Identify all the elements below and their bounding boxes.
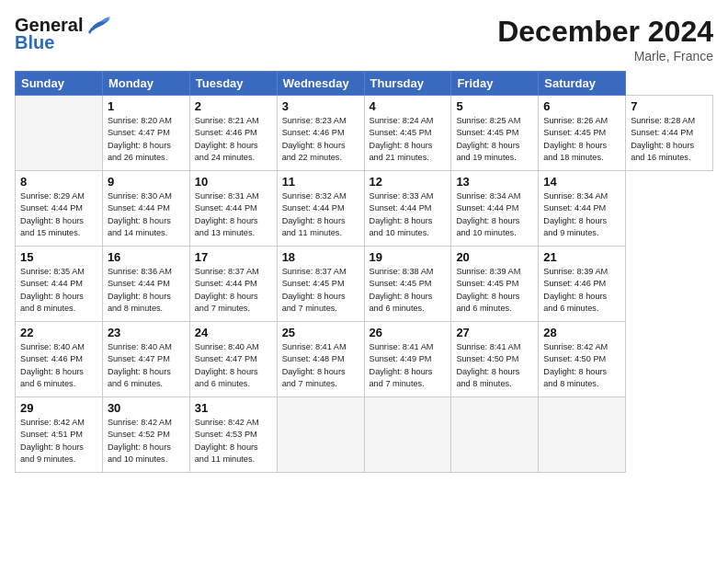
day-info: Sunrise: 8:28 AM Sunset: 4:44 PM Dayligh… [631, 115, 708, 164]
calendar-cell: 4Sunrise: 8:24 AM Sunset: 4:45 PM Daylig… [364, 96, 451, 171]
calendar-cell [277, 397, 364, 473]
calendar-cell: 22Sunrise: 8:40 AM Sunset: 4:46 PM Dayli… [16, 322, 103, 397]
header-wednesday: Wednesday [277, 72, 364, 96]
calendar-cell: 16Sunrise: 8:36 AM Sunset: 4:44 PM Dayli… [102, 247, 189, 322]
day-number: 10 [195, 175, 272, 189]
header-monday: Monday [102, 72, 189, 96]
day-number: 28 [543, 326, 620, 339]
calendar-cell: 11Sunrise: 8:32 AM Sunset: 4:44 PM Dayli… [277, 171, 364, 247]
logo-bird-icon [85, 16, 112, 36]
day-number: 22 [20, 326, 97, 339]
calendar-cell: 2Sunrise: 8:21 AM Sunset: 4:46 PM Daylig… [189, 96, 277, 171]
day-number: 24 [195, 326, 272, 339]
calendar-cell: 6Sunrise: 8:26 AM Sunset: 4:45 PM Daylig… [539, 96, 626, 171]
day-info: Sunrise: 8:20 AM Sunset: 4:47 PM Dayligh… [108, 115, 185, 164]
calendar-cell: 30Sunrise: 8:42 AM Sunset: 4:52 PM Dayli… [102, 397, 189, 473]
day-info: Sunrise: 8:40 AM Sunset: 4:47 PM Dayligh… [108, 341, 185, 390]
header-sunday: Sunday [16, 72, 103, 96]
day-number: 12 [370, 175, 447, 189]
day-info: Sunrise: 8:40 AM Sunset: 4:47 PM Dayligh… [195, 341, 272, 390]
calendar-cell: 26Sunrise: 8:41 AM Sunset: 4:49 PM Dayli… [364, 322, 451, 397]
day-info: Sunrise: 8:31 AM Sunset: 4:44 PM Dayligh… [195, 190, 272, 239]
day-number: 7 [631, 99, 708, 113]
day-info: Sunrise: 8:42 AM Sunset: 4:52 PM Dayligh… [108, 417, 185, 465]
day-number: 13 [456, 175, 533, 189]
day-number: 1 [108, 99, 185, 113]
calendar-header-row: Sunday Monday Tuesday Wednesday Thursday… [16, 72, 713, 96]
calendar-cell: 18Sunrise: 8:37 AM Sunset: 4:45 PM Dayli… [277, 247, 364, 322]
day-number: 27 [456, 326, 533, 339]
day-info: Sunrise: 8:41 AM Sunset: 4:50 PM Dayligh… [456, 341, 533, 390]
day-number: 8 [20, 175, 97, 189]
calendar-cell [539, 397, 626, 473]
calendar-cell [364, 397, 451, 473]
day-info: Sunrise: 8:35 AM Sunset: 4:44 PM Dayligh… [20, 266, 97, 315]
calendar-cell: 14Sunrise: 8:34 AM Sunset: 4:44 PM Dayli… [539, 171, 626, 247]
header-thursday: Thursday [364, 72, 451, 96]
subtitle: Marle, France [497, 49, 713, 63]
day-number: 5 [456, 99, 533, 113]
calendar-cell: 31Sunrise: 8:42 AM Sunset: 4:53 PM Dayli… [189, 397, 277, 473]
day-info: Sunrise: 8:32 AM Sunset: 4:44 PM Dayligh… [282, 190, 359, 239]
day-number: 3 [282, 99, 359, 113]
day-info: Sunrise: 8:23 AM Sunset: 4:46 PM Dayligh… [282, 115, 359, 164]
day-number: 26 [370, 326, 447, 339]
day-number: 23 [108, 326, 185, 339]
calendar-cell: 29Sunrise: 8:42 AM Sunset: 4:51 PM Dayli… [16, 397, 103, 473]
day-number: 4 [370, 99, 447, 113]
day-number: 16 [108, 250, 185, 264]
day-info: Sunrise: 8:39 AM Sunset: 4:45 PM Dayligh… [456, 266, 533, 315]
calendar-cell: 7Sunrise: 8:28 AM Sunset: 4:44 PM Daylig… [626, 96, 713, 171]
day-number: 9 [108, 175, 185, 189]
calendar-week-5: 29Sunrise: 8:42 AM Sunset: 4:51 PM Dayli… [16, 397, 713, 473]
day-info: Sunrise: 8:37 AM Sunset: 4:44 PM Dayligh… [195, 266, 272, 315]
calendar-cell: 5Sunrise: 8:25 AM Sunset: 4:45 PM Daylig… [451, 96, 539, 171]
calendar-cell: 25Sunrise: 8:41 AM Sunset: 4:48 PM Dayli… [277, 322, 364, 397]
day-info: Sunrise: 8:34 AM Sunset: 4:44 PM Dayligh… [543, 190, 620, 239]
day-number: 19 [370, 250, 447, 264]
calendar-week-2: 8Sunrise: 8:29 AM Sunset: 4:44 PM Daylig… [16, 171, 713, 247]
calendar-cell: 12Sunrise: 8:33 AM Sunset: 4:44 PM Dayli… [364, 171, 451, 247]
logo-blue: Blue [15, 32, 54, 53]
header-friday: Friday [451, 72, 539, 96]
day-info: Sunrise: 8:25 AM Sunset: 4:45 PM Dayligh… [456, 115, 533, 164]
calendar-cell: 23Sunrise: 8:40 AM Sunset: 4:47 PM Dayli… [102, 322, 189, 397]
day-info: Sunrise: 8:39 AM Sunset: 4:46 PM Dayligh… [543, 266, 620, 315]
day-number: 17 [195, 250, 272, 264]
day-info: Sunrise: 8:21 AM Sunset: 4:46 PM Dayligh… [195, 115, 272, 164]
calendar-cell: 13Sunrise: 8:34 AM Sunset: 4:44 PM Dayli… [451, 171, 539, 247]
calendar-cell: 8Sunrise: 8:29 AM Sunset: 4:44 PM Daylig… [16, 171, 103, 247]
day-number: 15 [20, 250, 97, 264]
day-info: Sunrise: 8:36 AM Sunset: 4:44 PM Dayligh… [108, 266, 185, 315]
header-saturday: Saturday [539, 72, 626, 96]
calendar-week-1: 1Sunrise: 8:20 AM Sunset: 4:47 PM Daylig… [16, 96, 713, 171]
calendar-cell: 17Sunrise: 8:37 AM Sunset: 4:44 PM Dayli… [189, 247, 277, 322]
header-tuesday: Tuesday [189, 72, 277, 96]
calendar-cell: 20Sunrise: 8:39 AM Sunset: 4:45 PM Dayli… [451, 247, 539, 322]
calendar: Sunday Monday Tuesday Wednesday Thursday… [15, 71, 713, 473]
calendar-cell: 28Sunrise: 8:42 AM Sunset: 4:50 PM Dayli… [539, 322, 626, 397]
day-number: 29 [20, 401, 97, 415]
calendar-cell: 27Sunrise: 8:41 AM Sunset: 4:50 PM Dayli… [451, 322, 539, 397]
day-info: Sunrise: 8:30 AM Sunset: 4:44 PM Dayligh… [108, 190, 185, 239]
day-number: 20 [456, 250, 533, 264]
title-section: December 2024 Marle, France [497, 15, 713, 63]
day-info: Sunrise: 8:40 AM Sunset: 4:46 PM Dayligh… [20, 341, 97, 390]
day-number: 31 [195, 401, 272, 415]
header: General Blue December 2024 Marle, France [15, 15, 713, 63]
calendar-cell: 19Sunrise: 8:38 AM Sunset: 4:45 PM Dayli… [364, 247, 451, 322]
main-title: December 2024 [497, 15, 713, 49]
calendar-week-3: 15Sunrise: 8:35 AM Sunset: 4:44 PM Dayli… [16, 247, 713, 322]
day-info: Sunrise: 8:42 AM Sunset: 4:50 PM Dayligh… [543, 341, 620, 390]
day-info: Sunrise: 8:37 AM Sunset: 4:45 PM Dayligh… [282, 266, 359, 315]
day-number: 30 [108, 401, 185, 415]
day-info: Sunrise: 8:42 AM Sunset: 4:51 PM Dayligh… [20, 417, 97, 465]
logo: General Blue [15, 15, 112, 53]
calendar-cell [451, 397, 539, 473]
day-number: 6 [543, 99, 620, 113]
day-info: Sunrise: 8:34 AM Sunset: 4:44 PM Dayligh… [456, 190, 533, 239]
day-number: 14 [543, 175, 620, 189]
day-info: Sunrise: 8:41 AM Sunset: 4:48 PM Dayligh… [282, 341, 359, 390]
day-info: Sunrise: 8:41 AM Sunset: 4:49 PM Dayligh… [370, 341, 447, 390]
calendar-cell: 21Sunrise: 8:39 AM Sunset: 4:46 PM Dayli… [539, 247, 626, 322]
